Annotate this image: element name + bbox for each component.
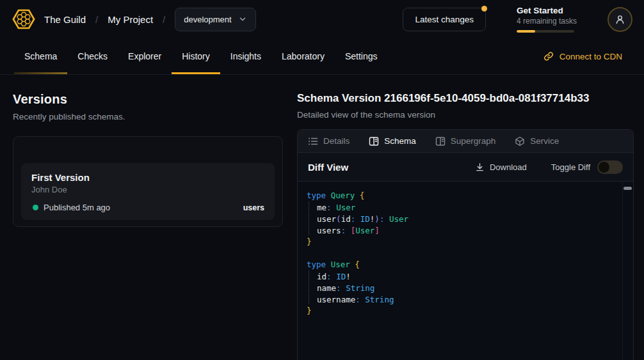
- nav-tab-history[interactable]: History: [172, 38, 220, 74]
- code-line: type Query {: [307, 190, 614, 201]
- chevron-down-icon: [238, 15, 247, 24]
- schema-version-subtitle: Detailed view of the schema version: [297, 110, 634, 120]
- latest-changes-label: Latest changes: [415, 15, 474, 24]
- version-card[interactable]: First Version John Doe Published 5m ago …: [21, 163, 275, 220]
- get-started-widget[interactable]: Get Started 4 remaining tasks: [517, 6, 576, 33]
- get-started-progress-bar: [517, 30, 574, 33]
- indent-guide: [309, 201, 317, 212]
- top-bar: The Guild / My Project / development Lat…: [0, 0, 644, 38]
- scrollbar-thumb[interactable]: [624, 187, 632, 190]
- environment-select-value: development: [184, 15, 231, 24]
- nav-tab-checks[interactable]: Checks: [67, 38, 118, 74]
- primary-nav: SchemaChecksExplorerHistoryInsightsLabor…: [0, 38, 644, 75]
- code-line: id: ID!: [307, 270, 614, 282]
- code-line: me: User: [307, 201, 614, 213]
- toggle-diff-label: Toggle Diff: [551, 162, 590, 172]
- indent-guide: [309, 213, 317, 224]
- version-status-row: Published 5m ago users: [31, 203, 264, 212]
- link-icon: [543, 51, 554, 61]
- latest-changes-button[interactable]: Latest changes: [403, 8, 486, 31]
- user-avatar[interactable]: [608, 7, 632, 32]
- org-name[interactable]: The Guild: [44, 14, 86, 25]
- schema-code: type Query {me: Useruser(id: ID!): Useru…: [298, 182, 633, 325]
- code-line: }: [307, 236, 614, 247]
- columns-icon: [435, 136, 446, 146]
- code-line: [307, 247, 614, 259]
- cube-icon: [515, 136, 525, 146]
- viewer-tab-supergraph[interactable]: Supergraph: [435, 136, 496, 146]
- nav-tab-insights[interactable]: Insights: [220, 38, 271, 74]
- nav-tabs: SchemaChecksExplorerHistoryInsightsLabor…: [14, 38, 388, 74]
- code-line: name: String: [307, 282, 614, 293]
- published-status-dot: [33, 205, 38, 210]
- project-name[interactable]: My Project: [108, 14, 153, 25]
- list-icon: [308, 136, 318, 146]
- versions-panel: Versions Recently published schemas. Fir…: [0, 75, 288, 360]
- code-line: user(id: ID!): User: [307, 213, 614, 224]
- connect-to-cdn-label: Connect to CDN: [559, 52, 622, 61]
- indent-guide: [309, 270, 317, 281]
- service-badge: users: [243, 203, 264, 212]
- indent-guide: [309, 282, 317, 293]
- breadcrumb-separator: /: [163, 14, 165, 25]
- viewer-tab-details[interactable]: Details: [308, 136, 350, 146]
- indent-guide: [309, 293, 317, 304]
- viewer-tab-label: Schema: [384, 136, 416, 146]
- nav-tab-schema[interactable]: Schema: [14, 38, 67, 74]
- versions-subtitle: Recently published schemas.: [13, 112, 282, 121]
- main-content: Versions Recently published schemas. Fir…: [0, 75, 644, 360]
- diff-actions: Download Toggle Diff: [475, 160, 623, 174]
- breadcrumb: The Guild / My Project / development: [12, 7, 256, 31]
- viewer-tab-service[interactable]: Service: [515, 136, 559, 146]
- person-icon: [615, 14, 625, 25]
- diff-view-title: Diff View: [308, 162, 348, 173]
- download-button[interactable]: Download: [475, 162, 527, 172]
- diff-view-header: Diff View Download Toggle Diff: [298, 153, 633, 182]
- viewer-tab-label: Supergraph: [451, 136, 496, 146]
- schema-viewer: DetailsSchemaSupergraphService Diff View…: [297, 129, 634, 360]
- viewer-tab-label: Service: [530, 136, 559, 146]
- viewer-tabs: DetailsSchemaSupergraphService: [298, 130, 633, 153]
- get-started-title: Get Started: [517, 6, 576, 16]
- viewer-tab-label: Details: [323, 136, 350, 146]
- viewer-tab-schema[interactable]: Schema: [369, 136, 416, 146]
- toggle-diff-switch[interactable]: [597, 160, 623, 174]
- get-started-progress-fill: [517, 30, 535, 33]
- code-line: }: [307, 305, 614, 317]
- environment-select[interactable]: development: [175, 8, 255, 31]
- app-root: The Guild / My Project / development Lat…: [0, 0, 644, 360]
- version-name: First Version: [31, 172, 264, 183]
- versions-list: First Version John Doe Published 5m ago …: [13, 136, 283, 227]
- download-icon: [475, 162, 485, 172]
- get-started-remaining: 4 remaining tasks: [517, 17, 576, 26]
- nav-tab-settings[interactable]: Settings: [335, 38, 388, 74]
- schema-version-title: Schema Version 2166196f-5e10-4059-bd0a-0…: [297, 92, 634, 105]
- indent-guide: [309, 224, 317, 235]
- code-line: users: [User]: [307, 224, 614, 236]
- notification-dot: [481, 6, 487, 12]
- version-status: Published 5m ago: [44, 203, 110, 212]
- nav-tab-explorer[interactable]: Explorer: [118, 38, 172, 74]
- version-detail-panel: Schema Version 2166196f-5e10-4059-bd0a-0…: [288, 75, 644, 360]
- columns-icon: [369, 136, 379, 146]
- hive-logo-icon[interactable]: [12, 7, 36, 31]
- scrollbar-track: [622, 182, 623, 360]
- nav-tab-laboratory[interactable]: Laboratory: [271, 38, 335, 74]
- code-line: username: String: [307, 293, 614, 305]
- breadcrumb-separator: /: [95, 14, 98, 25]
- download-label: Download: [490, 162, 527, 172]
- code-line: type User {: [307, 259, 614, 270]
- switch-knob: [599, 162, 609, 173]
- versions-title: Versions: [13, 92, 282, 107]
- version-author: John Doe: [31, 185, 264, 194]
- top-bar-actions: Latest changes Get Started 4 remaining t…: [403, 6, 632, 33]
- connect-to-cdn-link[interactable]: Connect to CDN: [543, 38, 622, 74]
- code-viewport[interactable]: type Query {me: Useruser(id: ID!): Useru…: [298, 182, 633, 360]
